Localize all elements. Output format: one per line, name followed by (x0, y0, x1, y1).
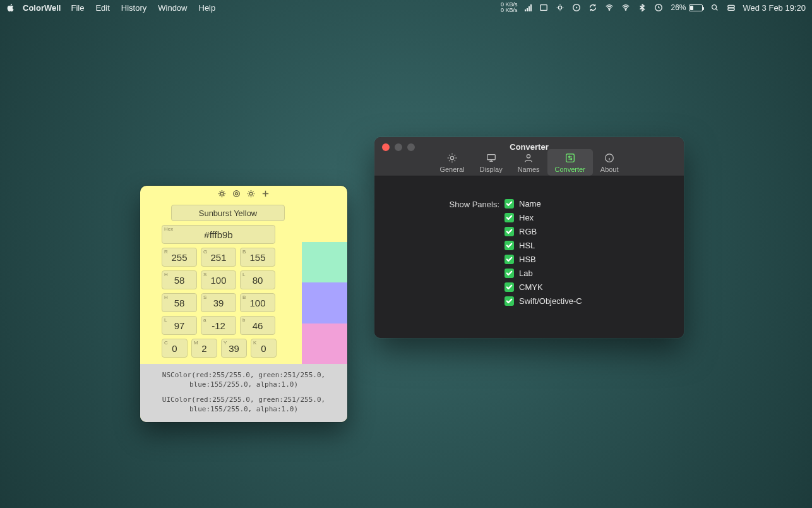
gear-icon[interactable] (246, 189, 256, 198)
prefs-titlebar[interactable]: Converter General Display Names Converte… (374, 137, 684, 176)
spotlight-icon[interactable] (710, 3, 719, 12)
checkbox-hsb[interactable]: HSB (505, 255, 582, 264)
app-title[interactable]: ColorWell (23, 3, 61, 13)
swatch-3[interactable] (302, 282, 347, 324)
person-icon (522, 152, 535, 164)
rgb-row: R255 G251 B155 (162, 248, 294, 267)
tab-display-label: Display (480, 166, 503, 173)
status-icon-1[interactable] (525, 4, 532, 11)
cmyk-k-field[interactable]: K0 (251, 339, 277, 358)
svg-rect-0 (540, 5, 547, 11)
r-field[interactable]: R255 (162, 248, 197, 267)
time-machine-icon[interactable] (654, 3, 663, 12)
hsb-b-field[interactable]: B100 (240, 293, 275, 312)
preferences-window: Converter General Display Names Converte… (374, 137, 684, 338)
check-icon (505, 282, 514, 292)
tab-names[interactable]: Names (510, 149, 547, 176)
hsb-s-field[interactable]: S39 (201, 293, 236, 312)
menu-history[interactable]: History (121, 3, 146, 13)
menu-window[interactable]: Window (158, 3, 187, 13)
svg-point-4 (626, 9, 626, 10)
hsl-h-field[interactable]: H58 (162, 270, 197, 289)
battery-pct: 26% (671, 3, 686, 12)
b-field[interactable]: B155 (240, 248, 275, 267)
status-icon-2[interactable] (539, 3, 548, 12)
menu-help[interactable]: Help (199, 3, 216, 13)
hsb-row: H58 S39 B100 (162, 293, 294, 312)
network-speed-indicator[interactable]: 0 KB/s 0 KB/s (501, 2, 518, 13)
menu-file[interactable]: File (71, 3, 84, 13)
color-name-field[interactable]: Sunburst Yellow (171, 205, 285, 221)
check-icon (505, 255, 514, 264)
tab-general-label: General (439, 166, 464, 173)
lab-l-field[interactable]: L97 (162, 316, 197, 335)
check-icon (505, 269, 514, 278)
converter-icon (564, 152, 576, 164)
brightness-icon[interactable] (217, 189, 227, 198)
info-icon (603, 152, 616, 164)
net-down: 0 KB/s (501, 8, 518, 13)
svg-point-3 (609, 9, 610, 10)
checkbox-hsl[interactable]: HSL (505, 241, 582, 250)
swatch-1[interactable] (302, 201, 347, 242)
tab-general[interactable]: General (432, 149, 472, 176)
g-field[interactable]: G251 (201, 248, 236, 267)
battery-indicator[interactable]: 26% (671, 3, 702, 12)
sync-icon[interactable] (588, 3, 597, 12)
swatch-4[interactable] (302, 324, 347, 365)
tab-display[interactable]: Display (472, 149, 510, 176)
cmyk-y-field[interactable]: Y39 (221, 339, 247, 358)
colorwell-fields: Sunburst Yellow Hex #fffb9b R255 G251 B1… (140, 201, 302, 364)
hsb-h-field[interactable]: H58 (162, 293, 197, 312)
tab-about-label: About (600, 166, 619, 173)
eyedropper-icon[interactable] (232, 189, 241, 198)
color-swatches (302, 201, 347, 364)
checkbox-swift[interactable]: Swift/Objective-C (505, 296, 582, 306)
check-icon (505, 227, 514, 236)
svg-rect-8 (727, 8, 734, 11)
cmyk-m-field[interactable]: M2 (191, 339, 217, 358)
hsl-l-field[interactable]: L80 (240, 270, 275, 289)
tab-converter[interactable]: Converter (547, 149, 593, 176)
status-icon-3[interactable] (556, 3, 564, 12)
svg-point-9 (450, 156, 453, 159)
hex-field[interactable]: #fffb9b (162, 225, 275, 244)
lab-a-field[interactable]: a-12 (201, 316, 236, 335)
cmyk-c-field[interactable]: C0 (162, 339, 188, 358)
hex-label: Hex (164, 226, 173, 232)
wifi-icon[interactable] (621, 3, 630, 12)
tab-about[interactable]: About (593, 149, 626, 176)
checkbox-cmyk[interactable]: CMYK (505, 282, 582, 292)
checkbox-hex[interactable]: Hex (505, 213, 582, 222)
svg-rect-7 (727, 6, 734, 8)
apple-menu-icon[interactable] (6, 3, 15, 12)
prefs-body: Show Panels: Name Hex RGB HSL HSB Lab CM… (374, 176, 684, 338)
checkbox-name[interactable]: Name (505, 199, 582, 209)
check-icon (505, 241, 514, 250)
check-icon (505, 296, 514, 306)
add-icon[interactable] (261, 189, 270, 198)
checkbox-lab[interactable]: Lab (505, 269, 582, 278)
gear-icon (446, 152, 458, 164)
checkbox-rgb[interactable]: RGB (505, 227, 582, 236)
play-status-icon[interactable] (572, 3, 581, 12)
menu-edit[interactable]: Edit (95, 3, 109, 13)
tab-names-label: Names (518, 166, 540, 173)
lab-row: L97 a-12 b46 (162, 316, 294, 335)
svg-rect-12 (566, 154, 574, 162)
bluetooth-icon[interactable] (638, 3, 647, 12)
wifi-strong-icon[interactable] (605, 3, 614, 12)
hsl-s-field[interactable]: S100 (201, 270, 236, 289)
svg-point-15 (234, 190, 239, 196)
svg-rect-10 (487, 155, 495, 160)
colorwell-window: Sunburst Yellow Hex #fffb9b R255 G251 B1… (140, 186, 347, 422)
swatch-2[interactable] (302, 242, 347, 283)
control-center-icon[interactable] (727, 3, 736, 12)
hsl-row: H58 S100 L80 (162, 270, 294, 289)
clock[interactable]: Wed 3 Feb 19:20 (743, 3, 806, 13)
panel-checkboxes: Name Hex RGB HSL HSB Lab CMYK Swift/Obje… (505, 199, 582, 306)
lab-b-field[interactable]: b46 (240, 316, 275, 335)
code-output[interactable]: NSColor(red:255/255.0, green:251/255.0, … (140, 364, 347, 422)
svg-point-14 (220, 192, 224, 195)
colorwell-header[interactable] (140, 186, 347, 201)
